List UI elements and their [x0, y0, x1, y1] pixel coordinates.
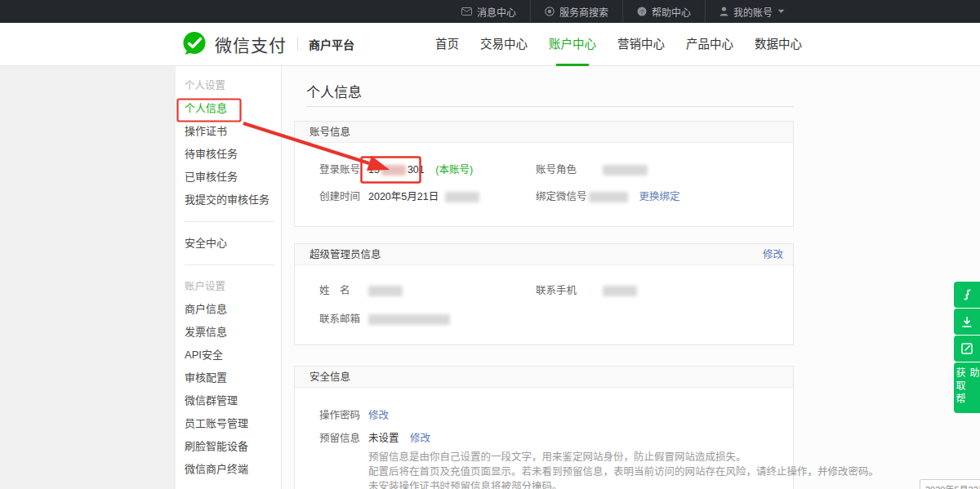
created-time-value: 2020年5月21日 — [368, 191, 439, 202]
rebind-link[interactable]: 更换绑定 — [639, 191, 679, 202]
envelope-icon — [461, 7, 472, 16]
contact-email-label: 联系邮箱 — [319, 313, 360, 326]
bound-wechat-label: 绑定微信号 — [536, 190, 587, 203]
get-help-button[interactable]: 获取帮助 — [954, 362, 980, 413]
login-account-label: 登录账号 — [319, 163, 360, 176]
reserved-info-desc-line: 配置后将在首页及充值页面显示。若未看到预留信息，表明当前访问的网站存在风险，请终… — [368, 465, 879, 479]
logo-divider — [297, 37, 298, 51]
redacted-email — [368, 314, 450, 325]
floating-help-widget: 获取帮助 — [954, 282, 980, 413]
sidebar-item-operation-certificate[interactable]: 操作证书 — [185, 120, 281, 143]
topbar-message-center[interactable]: 消息中心 — [448, 0, 530, 23]
page-title: 个人信息 — [306, 81, 362, 101]
redacted-created-time — [445, 192, 479, 202]
redacted-phone — [603, 286, 637, 296]
sidebar-item-wechat-merchant-terminal[interactable]: 微信商户终端 — [185, 458, 281, 481]
help-circle-icon: ? — [637, 7, 647, 16]
topbar-help-center[interactable]: ? 帮助中心 — [622, 0, 705, 23]
password-edit-link[interactable]: 修改 — [368, 410, 389, 421]
topbar-item-label: 消息中心 — [477, 5, 516, 19]
reserved-info-desc-line: 未安装操作证书时预留信息将被部分掩码。 — [368, 479, 879, 489]
nav-data-center[interactable]: 数据中心 — [755, 23, 802, 66]
name-label: 姓 名 — [319, 284, 350, 297]
redacted-account-role — [603, 165, 648, 176]
nav-transaction-center[interactable]: 交易中心 — [480, 23, 528, 66]
security-info-card: 安全信息 操作密码 修改 预留信息 未设置 修改 预留信息是由你自己设置的一段文… — [294, 366, 794, 489]
chevron-down-icon — [777, 9, 785, 14]
sidebar-item-personal-info[interactable]: 个人信息 — [185, 97, 281, 120]
topbar-service-provider-search[interactable]: 服务商搜索 — [530, 0, 622, 23]
download-button[interactable] — [954, 309, 980, 335]
reserved-info-label: 预留信息 — [319, 432, 360, 445]
sidebar-item-api-security[interactable]: API安全 — [185, 344, 281, 367]
admin-edit-link[interactable]: 修改 — [763, 244, 783, 265]
sidebar-item-invoice-info[interactable]: 发票信息 — [185, 321, 281, 344]
main-content: 个人信息 账号信息 登录账号 15301 (本账号) 账号角色 创建时间 — [282, 66, 980, 489]
logo[interactable]: 微信支付 商户平台 — [180, 30, 354, 57]
topbar-item-label: 我的账号 — [733, 5, 773, 19]
logo-text: 微信支付 — [215, 32, 287, 56]
sidebar-item-wechat-group-management[interactable]: 微信群管理 — [185, 389, 281, 412]
svg-text:?: ? — [640, 8, 644, 16]
date-tooltip: 2020年5月22日 — [920, 479, 980, 489]
account-info-card-title: 账号信息 — [310, 122, 350, 143]
wechat-pay-logo-icon — [180, 30, 207, 57]
reserved-edit-link[interactable]: 修改 — [410, 433, 430, 444]
main-nav: 首页 交易中心 账户中心 营销中心 产品中心 数据中心 — [435, 23, 802, 66]
topbar: 消息中心 服务商搜索 ? 帮助中心 我的账号 — [0, 0, 980, 23]
user-icon — [719, 7, 728, 16]
account-info-card: 账号信息 登录账号 15301 (本账号) 账号角色 创建时间 2020年5月2… — [294, 121, 794, 227]
sidebar-group-personal-settings: 个人设置 — [185, 74, 281, 97]
topbar-my-account-menu[interactable]: 我的账号 — [705, 0, 799, 23]
redacted-login-digits — [381, 165, 406, 176]
sidebar-item-security-center[interactable]: 安全中心 — [185, 232, 281, 255]
reserved-info-status: 未设置 — [368, 433, 399, 444]
nav-marketing-center[interactable]: 营销中心 — [617, 23, 665, 66]
edit-icon — [961, 343, 973, 354]
title-divider — [306, 106, 794, 107]
sidebar-item-merchant-info[interactable]: 商户信息 — [185, 298, 281, 321]
topbar-item-label: 服务商搜索 — [559, 5, 608, 19]
link-icon — [961, 288, 973, 301]
nav-account-center[interactable]: 账户中心 — [549, 23, 596, 66]
login-account-value: 15301 — [368, 164, 425, 176]
sidebar-item-review-config[interactable]: 审核配置 — [185, 367, 281, 389]
site-header: 微信支付 商户平台 首页 交易中心 账户中心 营销中心 产品中心 数据中心 — [0, 23, 980, 66]
sidebar-group-account-settings: 账户设置 — [185, 275, 281, 298]
account-role-label: 账号角色 — [536, 163, 577, 176]
sidebar-item-face-payment-devices[interactable]: 刷脸智能设备 — [185, 435, 281, 458]
redacted-name — [368, 286, 403, 296]
sidebar-item-my-submitted-review-tasks[interactable]: 我提交的审核任务 — [185, 189, 281, 211]
redacted-wechat-id — [589, 192, 628, 202]
operation-password-label: 操作密码 — [319, 409, 360, 422]
sidebar-item-pending-review-tasks[interactable]: 待审核任务 — [185, 143, 281, 166]
sidebar-divider — [185, 265, 274, 265]
current-account-tag: (本账号) — [435, 164, 473, 176]
nav-product-center[interactable]: 产品中心 — [686, 23, 733, 66]
sidebar: 个人设置 个人信息 操作证书 待审核任务 已审核任务 我提交的审核任务 安全中心… — [176, 66, 282, 489]
super-admin-card-title: 超级管理员信息 — [310, 244, 381, 265]
security-info-card-title: 安全信息 — [310, 367, 350, 388]
topbar-item-label: 帮助中心 — [652, 5, 691, 19]
nav-home[interactable]: 首页 — [435, 23, 459, 66]
feedback-button[interactable] — [954, 336, 980, 362]
quick-link-button[interactable] — [954, 282, 980, 308]
circle-search-icon — [545, 7, 555, 16]
portal-label: 商户平台 — [309, 36, 354, 52]
sidebar-item-staff-account-management[interactable]: 员工账号管理 — [185, 412, 281, 435]
sidebar-item-reviewed-tasks[interactable]: 已审核任务 — [185, 166, 281, 189]
reserved-info-desc-line: 预留信息是由你自己设置的一段文字，用来鉴定网站身份，防止假冒网站造成损失。 — [368, 450, 879, 465]
page-left-gutter — [0, 66, 176, 489]
download-icon — [961, 316, 973, 328]
created-time-label: 创建时间 — [319, 190, 360, 203]
contact-phone-label: 联系手机 — [536, 284, 577, 297]
super-admin-card: 超级管理员信息 修改 姓 名 联系手机 联系邮箱 — [294, 243, 794, 345]
sidebar-divider — [185, 221, 274, 222]
